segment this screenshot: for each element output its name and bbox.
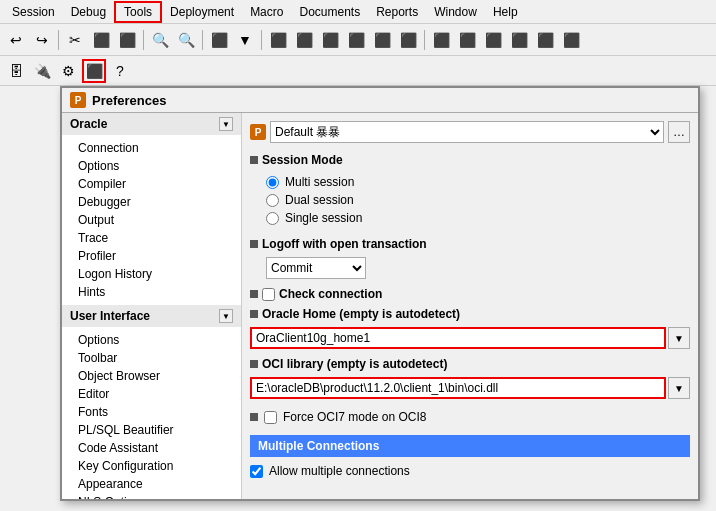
menu-tools[interactable]: Tools [114,1,162,23]
menu-window[interactable]: Window [426,3,485,21]
tb16-button[interactable]: ⬛ [559,28,583,52]
toolbar-sep-2 [143,30,144,50]
menu-deployment[interactable]: Deployment [162,3,242,21]
paste-button[interactable]: ⬛ [115,28,139,52]
tb11-button[interactable]: ⬛ [429,28,453,52]
menubar: Session Debug Tools Deployment Macro Doc… [0,0,716,24]
tb3-button[interactable]: ⬛ [207,28,231,52]
tb6-button[interactable]: ⬛ [292,28,316,52]
tb8-button[interactable]: ⬛ [344,28,368,52]
tb15-button[interactable]: ⬛ [533,28,557,52]
tb12-button[interactable]: ⬛ [455,28,479,52]
undo-button[interactable]: ↩ [4,28,28,52]
toolbar-sep-4 [261,30,262,50]
find2-button[interactable]: 🔍 [174,28,198,52]
tb4-button[interactable]: ▼ [233,28,257,52]
menu-debug[interactable]: Debug [63,3,114,21]
menu-help[interactable]: Help [485,3,526,21]
menu-session[interactable]: Session [4,3,63,21]
toolbar-sep-5 [424,30,425,50]
toolbar-sep-3 [202,30,203,50]
connect-button[interactable]: 🔌 [30,59,54,83]
find-button[interactable]: 🔍 [148,28,172,52]
copy-button[interactable]: ⬛ [89,28,113,52]
redo-button[interactable]: ↪ [30,28,54,52]
tb7-button[interactable]: ⬛ [318,28,342,52]
menu-documents[interactable]: Documents [291,3,368,21]
main-toolbar: ↩ ↪ ✂ ⬛ ⬛ 🔍 🔍 ⬛ ▼ ⬛ ⬛ ⬛ ⬛ ⬛ ⬛ ⬛ ⬛ ⬛ ⬛ ⬛ … [0,24,716,56]
help-btn[interactable]: ? [108,59,132,83]
tb14-button[interactable]: ⬛ [507,28,531,52]
tb9-button[interactable]: ⬛ [370,28,394,52]
menu-macro[interactable]: Macro [242,3,291,21]
prefs-button[interactable]: ⚙ [56,59,80,83]
toolbar-sep-1 [58,30,59,50]
prefs2-button[interactable]: ⬛ [82,59,106,83]
tb5-button[interactable]: ⬛ [266,28,290,52]
menu-reports[interactable]: Reports [368,3,426,21]
db-button[interactable]: 🗄 [4,59,28,83]
cut-button[interactable]: ✂ [63,28,87,52]
secondary-toolbar: 🗄 🔌 ⚙ ⬛ ? [0,56,716,86]
tb10-button[interactable]: ⬛ [396,28,420,52]
tb13-button[interactable]: ⬛ [481,28,505,52]
